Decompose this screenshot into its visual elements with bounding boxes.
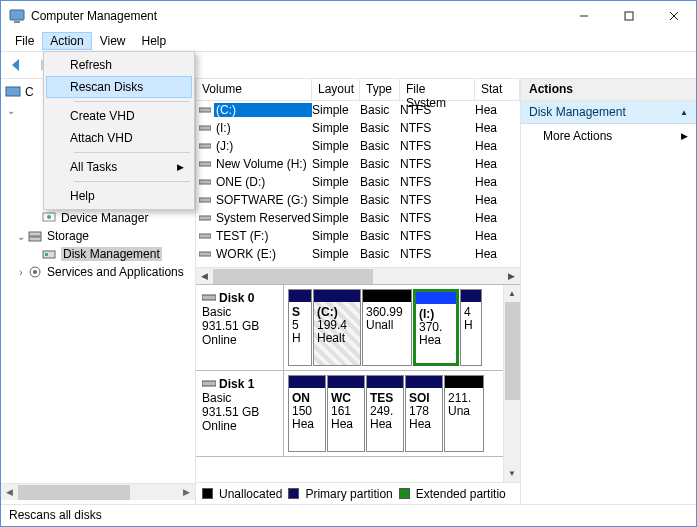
disk-partition[interactable]: (C:)199.4Healt (313, 289, 361, 366)
col-volume[interactable]: Volume (196, 79, 312, 100)
minimize-button[interactable] (561, 1, 606, 31)
volume-icon (196, 195, 214, 205)
volume-name: System Reserved (214, 211, 312, 225)
svg-rect-28 (202, 295, 216, 300)
disk-type: Basic (202, 305, 277, 319)
legend-swatch-extended (399, 488, 410, 499)
volume-name: (C:) (214, 103, 312, 117)
menu-action[interactable]: Action (42, 32, 91, 50)
svg-rect-13 (29, 232, 41, 236)
volume-status: Hea (475, 193, 520, 207)
back-button[interactable] (5, 54, 27, 76)
volume-name: TEST (F:) (214, 229, 312, 243)
volume-name: WORK (E:) (214, 247, 312, 261)
volume-row[interactable]: TEST (F:)SimpleBasicNTFSHea (196, 227, 520, 245)
svg-rect-0 (10, 10, 24, 20)
volume-type: Basic (360, 211, 400, 225)
volume-row[interactable]: New Volume (H:)SimpleBasicNTFSHea (196, 155, 520, 173)
menu-all-tasks[interactable]: All Tasks▶ (46, 156, 192, 178)
svg-point-18 (33, 270, 37, 274)
menu-help[interactable]: Help (134, 32, 175, 50)
disk-partition[interactable]: SOI178Hea (405, 375, 443, 452)
svg-rect-16 (45, 253, 48, 256)
volume-status: Hea (475, 247, 520, 261)
volume-fs: NTFS (400, 121, 475, 135)
volume-fs: NTFS (400, 211, 475, 225)
col-layout[interactable]: Layout (312, 79, 360, 100)
volume-row[interactable]: (J:)SimpleBasicNTFSHea (196, 137, 520, 155)
volume-row[interactable]: ONE (D:)SimpleBasicNTFSHea (196, 173, 520, 191)
disk-partition[interactable]: TES249.Hea (366, 375, 404, 452)
volume-row[interactable]: (C:)SimpleBasicNTFSHea (196, 101, 520, 119)
col-type[interactable]: Type (360, 79, 400, 100)
volume-status: Hea (475, 139, 520, 153)
volume-row[interactable]: System ReservedSimpleBasicNTFSHea (196, 209, 520, 227)
svg-rect-23 (199, 180, 211, 184)
disk-status: Online (202, 333, 277, 347)
volume-list: (C:)SimpleBasicNTFSHea(I:)SimpleBasicNTF… (196, 101, 520, 263)
svg-rect-20 (199, 126, 211, 130)
menu-help[interactable]: Help (46, 185, 192, 207)
svg-rect-1 (14, 21, 20, 23)
volume-header: Volume Layout Type File System Stat (196, 79, 520, 101)
svg-rect-21 (199, 144, 211, 148)
legend-label-extended: Extended partitio (416, 487, 506, 501)
volume-type: Basic (360, 193, 400, 207)
volume-type: Basic (360, 229, 400, 243)
submenu-icon: ▶ (681, 131, 688, 141)
svg-rect-14 (29, 237, 41, 241)
menubar: File Action View Help (1, 31, 696, 51)
disk-size: 931.51 GB (202, 405, 277, 419)
svg-rect-10 (6, 87, 20, 96)
volume-icon (196, 141, 214, 151)
volume-name: ONE (D:) (214, 175, 312, 189)
svg-rect-24 (199, 198, 211, 202)
col-status[interactable]: Stat (475, 79, 520, 100)
tree-storage[interactable]: ⌄Storage (1, 227, 195, 245)
menu-attach-vhd[interactable]: Attach VHD (46, 127, 192, 149)
svg-point-12 (47, 215, 51, 219)
tree-services[interactable]: ›Services and Applications (1, 263, 195, 281)
maximize-button[interactable] (606, 1, 651, 31)
tree-scrollbar[interactable]: ◀▶ (1, 483, 195, 500)
disk-partition[interactable]: ON150Hea (288, 375, 326, 452)
volume-row[interactable]: WORK (E:)SimpleBasicNTFSHea (196, 245, 520, 263)
volume-row[interactable]: (I:)SimpleBasicNTFSHea (196, 119, 520, 137)
menu-refresh[interactable]: Refresh (46, 54, 192, 76)
actions-more[interactable]: More Actions▶ (521, 124, 696, 148)
volume-status: Hea (475, 157, 520, 171)
menu-create-vhd[interactable]: Create VHD (46, 105, 192, 127)
volume-icon (196, 177, 214, 187)
disk-info: Disk 0Basic931.51 GBOnline (196, 285, 284, 370)
tree-device-manager[interactable]: Device Manager (1, 209, 195, 227)
actions-header: Actions (521, 79, 696, 101)
volume-layout: Simple (312, 193, 360, 207)
legend-swatch-primary (288, 488, 299, 499)
disk-partition[interactable]: 211.Una (444, 375, 484, 452)
disk-partition[interactable]: (I:)370.Hea (413, 289, 459, 366)
app-icon (9, 8, 25, 24)
titlebar: Computer Management (1, 1, 696, 31)
disk-title: Disk 1 (219, 377, 254, 391)
disk-title: Disk 0 (219, 291, 254, 305)
menu-rescan-disks[interactable]: Rescan Disks (46, 76, 192, 98)
disk-partition[interactable]: 4H (460, 289, 482, 366)
close-button[interactable] (651, 1, 696, 31)
volume-fs: NTFS (400, 229, 475, 243)
disk-icon (202, 293, 216, 303)
disk-partition[interactable]: S5H (288, 289, 312, 366)
svg-rect-25 (199, 216, 211, 220)
menu-view[interactable]: View (92, 32, 134, 50)
disk-partition[interactable]: WC161Hea (327, 375, 365, 452)
actions-group[interactable]: Disk Management▲ (521, 101, 696, 124)
volume-icon (196, 159, 214, 169)
volume-scrollbar[interactable]: ◀▶ (196, 267, 520, 284)
disk-partition[interactable]: 360.99Unall (362, 289, 412, 366)
col-fs[interactable]: File System (400, 79, 475, 100)
volume-row[interactable]: SOFTWARE (G:)SimpleBasicNTFSHea (196, 191, 520, 209)
disk-scrollbar[interactable]: ▲▼ (503, 285, 520, 482)
tree-disk-management[interactable]: Disk Management (1, 245, 195, 263)
svg-rect-19 (199, 108, 211, 112)
menu-file[interactable]: File (7, 32, 42, 50)
disk-type: Basic (202, 391, 277, 405)
